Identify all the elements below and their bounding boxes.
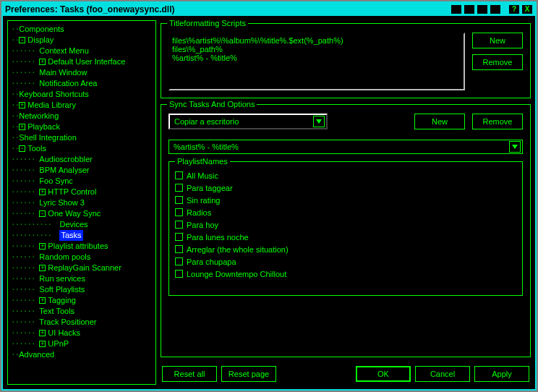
checkbox-icon[interactable] (175, 196, 183, 204)
tree-item-label[interactable]: Run services (39, 273, 85, 284)
tree-item-label[interactable]: Devices (59, 219, 87, 230)
playlist-item[interactable]: Para taggear (175, 182, 516, 194)
checkbox-icon[interactable] (175, 171, 183, 179)
playlist-item[interactable]: Arreglar (the whole situation) (175, 243, 516, 255)
tree-item[interactable]: ······ Audioscrobbler (11, 154, 155, 165)
tree-item-label[interactable]: Media Library (27, 100, 76, 111)
playlist-item[interactable]: Para chupapa (175, 255, 516, 268)
help-button[interactable]: ? (508, 4, 520, 14)
tree-item[interactable]: ······ +Default User Interface (11, 56, 155, 67)
ok-button[interactable]: OK (356, 366, 411, 382)
tree-item[interactable]: ······ +HTTP Control (11, 187, 155, 197)
apply-button[interactable]: Apply (474, 366, 529, 382)
tree-item-label[interactable]: Networking (19, 111, 59, 122)
tree-item[interactable]: ··Networking (11, 111, 155, 122)
playlist-item[interactable]: Lounge Downtempo Chillout (175, 268, 516, 280)
playlist-item[interactable]: Para lunes noche (175, 231, 516, 243)
reset-all-button[interactable]: Reset all (162, 366, 217, 382)
close-button[interactable]: X (521, 4, 533, 14)
tree-item-label[interactable]: Notification Area (39, 78, 97, 89)
tree-item-label[interactable]: Text Tools (39, 306, 74, 317)
tree-item[interactable]: ······ Text Tools (11, 306, 155, 317)
tree-item-label[interactable]: BPM Analyser (39, 165, 89, 176)
tree-item[interactable]: ······ Foo Sync (11, 176, 155, 187)
playlist-item[interactable]: Sin rating (175, 194, 516, 206)
titlebar-btn-2[interactable] (464, 4, 475, 14)
tree-item[interactable]: ······ +UI Hacks (11, 328, 155, 338)
titlebar-btn-4[interactable] (490, 4, 501, 14)
task-remove-button[interactable]: Remove (472, 114, 523, 129)
collapse-icon[interactable]: - (39, 210, 46, 217)
tree-item-label[interactable]: Context Menu (39, 46, 88, 56)
expand-icon[interactable]: + (39, 265, 46, 271)
titlebar[interactable]: Preferences: Tasks (foo_onewaysync.dll) … (3, 3, 535, 16)
tree-item[interactable]: ······ Run services (11, 273, 155, 284)
checkbox-icon[interactable] (175, 233, 183, 241)
expand-icon[interactable]: + (39, 59, 46, 65)
tree-item-label[interactable]: HTTP Control (48, 187, 96, 197)
tree-item-label[interactable]: ReplayGain Scanner (48, 263, 121, 273)
tree-item-label[interactable]: UPnP (48, 338, 69, 349)
tree-item-label[interactable]: Foo Sync (39, 176, 72, 187)
tree-item[interactable]: ······ Context Menu (11, 46, 155, 56)
tree-item-label[interactable]: Soft Playlists (39, 284, 85, 295)
tree-item[interactable]: ··+Media Library (11, 100, 155, 111)
tree-item[interactable]: ··Components (11, 24, 155, 35)
tree-item[interactable]: ·········· Devices (11, 219, 155, 230)
tree-item[interactable]: ······ Soft Playlists (11, 284, 155, 295)
tree-item[interactable]: ······ Main Window (11, 67, 155, 78)
tree-item-label[interactable]: Shell Integration (19, 132, 77, 143)
tree-item[interactable]: ······ +Playlist attributes (11, 241, 155, 252)
expand-icon[interactable]: + (39, 243, 46, 250)
expand-icon[interactable]: + (39, 297, 46, 304)
tree-item[interactable]: ······ +ReplayGain Scanner (11, 263, 155, 273)
scripts-textarea[interactable]: files\%artist%\%album%\%title%.$ext(%_pa… (168, 33, 465, 90)
tree-item-label[interactable]: Random pools (39, 252, 90, 263)
tree-item[interactable]: ······ BPM Analyser (11, 165, 155, 176)
tree-item[interactable]: ·········· Tasks (11, 230, 155, 241)
tree-item[interactable]: ······ -One Way Sync (11, 208, 155, 219)
checkbox-icon[interactable] (175, 257, 183, 265)
task-select[interactable]: Copiar a escritorio (168, 114, 328, 129)
tree-item-label[interactable]: Lyric Show 3 (39, 197, 85, 208)
expand-icon[interactable]: + (39, 189, 46, 195)
scripts-remove-button[interactable]: Remove (472, 54, 523, 70)
tree-item[interactable]: ······ Random pools (11, 252, 155, 263)
tree-item[interactable]: ······ +Tagging (11, 295, 155, 306)
checkbox-icon[interactable] (175, 184, 183, 192)
tree-item[interactable]: ······ Notification Area (11, 78, 155, 89)
tree-item-label[interactable]: UI Hacks (48, 328, 80, 338)
task-new-button[interactable]: New (414, 114, 465, 129)
tree-item[interactable]: ··+Playback (11, 122, 155, 132)
tree-item[interactable]: ··-Tools (11, 143, 155, 154)
collapse-icon[interactable]: - (19, 145, 25, 152)
tree-item-label[interactable]: Playlist attributes (48, 241, 108, 252)
tree-item[interactable]: ··Keyboard Shortcuts (11, 89, 155, 100)
cancel-button[interactable]: Cancel (415, 366, 470, 382)
tree-item-label[interactable]: Components (19, 24, 64, 35)
playlist-item[interactable]: Radios (175, 206, 516, 218)
tree-item-label[interactable]: Default User Interface (48, 56, 125, 67)
tree-item[interactable]: ······ Lyric Show 3 (11, 197, 155, 208)
expand-icon[interactable]: + (39, 341, 46, 347)
tree-item[interactable]: ··Shell Integration (11, 132, 155, 143)
checkbox-icon[interactable] (175, 221, 183, 229)
expand-icon[interactable]: + (19, 102, 25, 108)
titlebar-btn-1[interactable] (451, 4, 462, 14)
checkbox-icon[interactable] (175, 245, 183, 253)
tree-item-label[interactable]: Tagging (48, 295, 76, 306)
tree-item-label[interactable]: Tools (27, 143, 46, 154)
tree-item-label[interactable]: Track Positioner (39, 317, 96, 328)
tree-item-label[interactable]: One Way Sync (48, 208, 101, 219)
tree-item-label[interactable]: Tasks (59, 230, 82, 241)
tree-item-label[interactable]: Advanced (19, 349, 54, 360)
tree-item-label[interactable]: Audioscrobbler (39, 154, 92, 165)
tree-item-label[interactable]: Main Window (39, 67, 87, 78)
tree-item[interactable]: ··-Display (11, 35, 155, 46)
playlist-item[interactable]: Para hoy (175, 218, 516, 231)
tree-item[interactable]: ······ +UPnP (11, 338, 155, 349)
checkbox-icon[interactable] (175, 208, 183, 216)
reset-page-button[interactable]: Reset page (221, 366, 276, 382)
format-select[interactable]: %artist% - %title% (168, 140, 523, 154)
nav-tree[interactable]: ··Components··-Display······ Context Men… (7, 20, 156, 385)
